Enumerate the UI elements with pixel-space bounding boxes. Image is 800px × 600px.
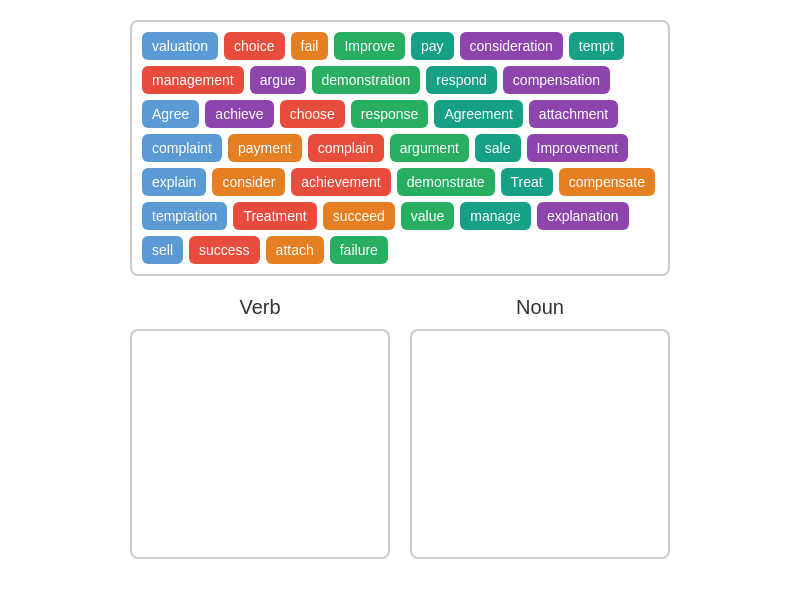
word-bank: valuationchoicefailImprovepayconsiderati…	[130, 20, 670, 276]
word-chip-respond[interactable]: respond	[426, 66, 497, 94]
word-chip-manage[interactable]: manage	[460, 202, 531, 230]
verb-drop-zone[interactable]	[130, 329, 390, 559]
word-chip-agree[interactable]: Agree	[142, 100, 199, 128]
word-chip-sell[interactable]: sell	[142, 236, 183, 264]
word-chip-agreement[interactable]: Agreement	[434, 100, 522, 128]
word-chip-payment[interactable]: payment	[228, 134, 302, 162]
noun-drop-zone[interactable]	[410, 329, 670, 559]
word-chip-management[interactable]: management	[142, 66, 244, 94]
word-chip-improvement[interactable]: Improvement	[527, 134, 629, 162]
word-chip-temptation[interactable]: temptation	[142, 202, 227, 230]
word-chip-fail[interactable]: fail	[291, 32, 329, 60]
word-chip-value[interactable]: value	[401, 202, 454, 230]
word-chip-demonstration[interactable]: demonstration	[312, 66, 421, 94]
verb-column: Verb	[130, 296, 390, 559]
word-chip-argument[interactable]: argument	[390, 134, 469, 162]
word-chip-failure[interactable]: failure	[330, 236, 388, 264]
word-chip-succeed[interactable]: succeed	[323, 202, 395, 230]
word-chip-compensation[interactable]: compensation	[503, 66, 610, 94]
word-chip-attach[interactable]: attach	[266, 236, 324, 264]
columns-area: Verb Noun	[130, 296, 670, 559]
noun-label: Noun	[516, 296, 564, 319]
word-chip-argue[interactable]: argue	[250, 66, 306, 94]
word-chip-success[interactable]: success	[189, 236, 260, 264]
word-chip-treatment[interactable]: Treatment	[233, 202, 316, 230]
word-chip-achieve[interactable]: achieve	[205, 100, 273, 128]
word-chip-attachment[interactable]: attachment	[529, 100, 618, 128]
noun-column: Noun	[410, 296, 670, 559]
word-chip-improve[interactable]: Improve	[334, 32, 405, 60]
verb-label: Verb	[239, 296, 280, 319]
word-chip-treat[interactable]: Treat	[501, 168, 553, 196]
word-chip-consideration[interactable]: consideration	[460, 32, 563, 60]
word-chip-achievement[interactable]: achievement	[291, 168, 390, 196]
word-chip-tempt[interactable]: tempt	[569, 32, 624, 60]
word-chip-choose[interactable]: choose	[280, 100, 345, 128]
word-chip-pay[interactable]: pay	[411, 32, 454, 60]
word-chip-consider[interactable]: consider	[212, 168, 285, 196]
word-chip-explain[interactable]: explain	[142, 168, 206, 196]
word-chip-complaint[interactable]: complaint	[142, 134, 222, 162]
word-chip-sale[interactable]: sale	[475, 134, 521, 162]
word-chip-explanation[interactable]: explanation	[537, 202, 629, 230]
word-chip-response[interactable]: response	[351, 100, 429, 128]
word-chip-choice[interactable]: choice	[224, 32, 284, 60]
word-chip-complain[interactable]: complain	[308, 134, 384, 162]
word-chip-valuation[interactable]: valuation	[142, 32, 218, 60]
word-chip-compensate[interactable]: compensate	[559, 168, 655, 196]
word-chip-demonstrate[interactable]: demonstrate	[397, 168, 495, 196]
